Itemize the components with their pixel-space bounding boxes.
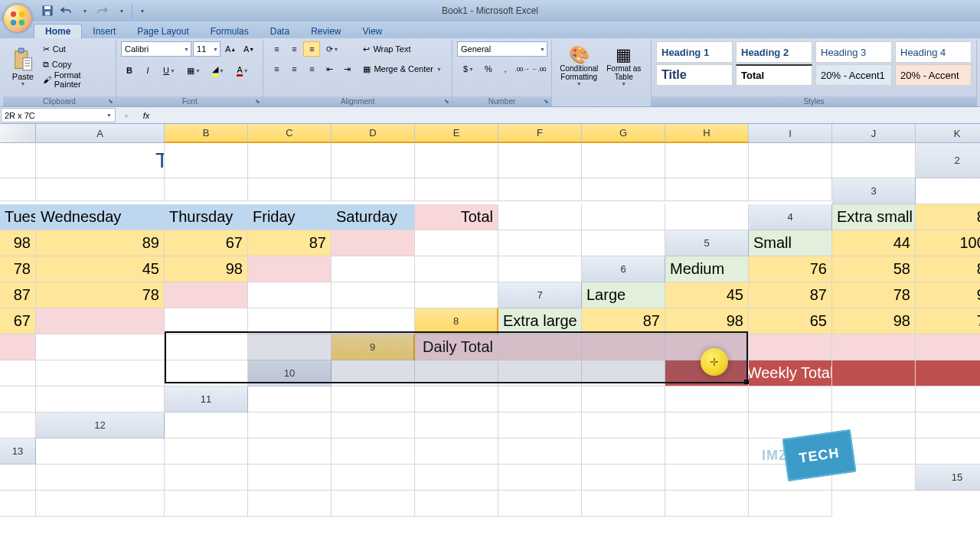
cell-H13[interactable] — [665, 439, 749, 465]
cell-B13[interactable] — [165, 439, 248, 465]
cell-B1[interactable]: T-Shirt Sales — [36, 143, 165, 178]
cell-J4[interactable] — [498, 230, 582, 256]
cell-F1[interactable] — [415, 143, 498, 178]
cell-C12[interactable] — [332, 412, 415, 439]
data-0-4[interactable]: 67 — [165, 230, 248, 256]
cell-B15[interactable] — [0, 491, 36, 517]
cell-A11[interactable] — [248, 386, 332, 412]
cell-J12[interactable] — [916, 412, 980, 439]
font-color-button[interactable]: A▼ — [231, 63, 254, 78]
row-head-12[interactable]: 12 — [36, 412, 165, 439]
header-total[interactable]: Total — [415, 204, 498, 230]
cell-A14[interactable] — [0, 465, 36, 491]
cell-A12[interactable] — [165, 412, 248, 439]
cell-E2[interactable] — [248, 178, 332, 201]
undo-dropdown[interactable] — [77, 3, 92, 18]
align-right-button[interactable]: ≡ — [303, 61, 320, 77]
cell-K15[interactable] — [749, 491, 832, 517]
col-head-J[interactable]: J — [832, 124, 916, 143]
fx-button[interactable]: fx — [136, 109, 156, 122]
col-head-B[interactable]: B — [165, 124, 248, 143]
data-1-3[interactable]: 78 — [0, 256, 36, 282]
cell-D13[interactable] — [332, 439, 415, 465]
worksheet[interactable]: ABCDEFGHIJK1T-Shirt Sales23MondayTuesday… — [0, 124, 980, 551]
cell-F12[interactable] — [582, 412, 665, 439]
cell-H5[interactable] — [248, 256, 332, 282]
cell-I1[interactable] — [665, 143, 749, 178]
cell-F15[interactable] — [332, 491, 415, 517]
conditional-formatting-button[interactable]: 🎨 Conditional Formatting▼ — [557, 41, 602, 92]
col-head-G[interactable]: G — [582, 124, 665, 143]
cell-I8[interactable] — [36, 334, 165, 360]
cell-J15[interactable] — [665, 491, 749, 517]
decrease-indent-button[interactable]: ⇤ — [321, 61, 338, 77]
fill-color-button[interactable]: ◢▼ — [207, 63, 230, 78]
data-1-4[interactable]: 45 — [36, 256, 165, 282]
col-head-D[interactable]: D — [332, 124, 415, 143]
name-box[interactable]: 2R x 7C ▼ — [1, 108, 116, 122]
align-top-button[interactable]: ≡ — [268, 41, 285, 57]
wrap-text-button[interactable]: ↩Wrap Text — [360, 41, 445, 57]
cell-I4[interactable] — [415, 230, 498, 256]
shrink-font-button[interactable]: A▼ — [240, 41, 257, 57]
cell-H4[interactable] — [332, 230, 415, 256]
data-0-5[interactable]: 87 — [248, 230, 332, 256]
data-4-2[interactable]: 65 — [749, 308, 832, 334]
tab-review[interactable]: Review — [300, 24, 351, 38]
tab-insert[interactable]: Insert — [82, 24, 126, 38]
cell-D10[interactable] — [582, 360, 665, 386]
select-all-corner[interactable] — [0, 124, 36, 143]
cell-C14[interactable] — [165, 465, 248, 491]
cell-A13[interactable] — [36, 439, 165, 465]
cell-A1[interactable] — [0, 143, 36, 178]
data-2-0[interactable]: 76 — [749, 256, 832, 282]
cell-J2[interactable] — [665, 178, 749, 201]
data-1-0[interactable]: 44 — [832, 230, 916, 256]
col-head-E[interactable]: E — [415, 124, 498, 143]
cell-H6[interactable] — [165, 282, 248, 308]
row-head-9[interactable]: 9 — [332, 334, 415, 360]
decrease-decimal-button[interactable]: ←.00 — [531, 61, 547, 77]
col-head-C[interactable]: C — [248, 124, 332, 143]
cell-E13[interactable] — [415, 439, 498, 465]
row-label-4[interactable]: Extra large — [498, 308, 582, 334]
style-accent1[interactable]: 20% - Accent1 — [815, 64, 892, 86]
header-saturday[interactable]: Saturday — [332, 204, 415, 230]
cell-J9[interactable] — [36, 360, 165, 386]
cell-H7[interactable] — [36, 308, 165, 334]
style-heading4[interactable]: Heading 4 — [895, 41, 972, 63]
cell-K8[interactable] — [248, 334, 332, 360]
data-1-1[interactable]: 1000 — [916, 230, 980, 256]
data-3-5[interactable]: 67 — [0, 308, 36, 334]
cell-J10[interactable] — [0, 386, 36, 412]
cell-K11[interactable] — [0, 412, 36, 439]
cell-D11[interactable] — [498, 386, 582, 412]
format-as-table-button[interactable]: ▦ Format as Table▼ — [602, 41, 647, 92]
cell-D15[interactable] — [165, 491, 248, 517]
row-head-10[interactable]: 10 — [248, 360, 332, 386]
cell-I3[interactable] — [498, 204, 582, 230]
cell-K9[interactable] — [165, 360, 248, 386]
col-head-A[interactable]: A — [36, 124, 165, 143]
row-head-2[interactable]: 2 — [916, 143, 980, 178]
cell-I2[interactable] — [582, 178, 665, 201]
data-1-5[interactable]: 98 — [165, 256, 248, 282]
data-3-0[interactable]: 45 — [665, 282, 749, 308]
cell-C11[interactable] — [415, 386, 498, 412]
increase-indent-button[interactable]: ⇥ — [338, 61, 355, 77]
cell-G1[interactable] — [498, 143, 582, 178]
number-dialog-launcher[interactable]: ⬊ — [541, 96, 550, 106]
formula-input[interactable] — [156, 109, 980, 122]
cell-B12[interactable] — [248, 412, 332, 439]
format-painter-button[interactable]: 🖌Format Painter — [41, 72, 111, 87]
cell-G15[interactable] — [415, 491, 498, 517]
data-4-1[interactable]: 98 — [665, 308, 749, 334]
cell-G9[interactable] — [916, 334, 980, 360]
cell-J7[interactable] — [248, 308, 332, 334]
align-center-button[interactable]: ≡ — [286, 61, 302, 77]
cell-C15[interactable] — [36, 491, 165, 517]
cell-J6[interactable] — [332, 282, 415, 308]
cell-I9[interactable] — [0, 360, 36, 386]
cell-K5[interactable] — [498, 256, 582, 282]
row-label-1[interactable]: Small — [749, 230, 832, 256]
